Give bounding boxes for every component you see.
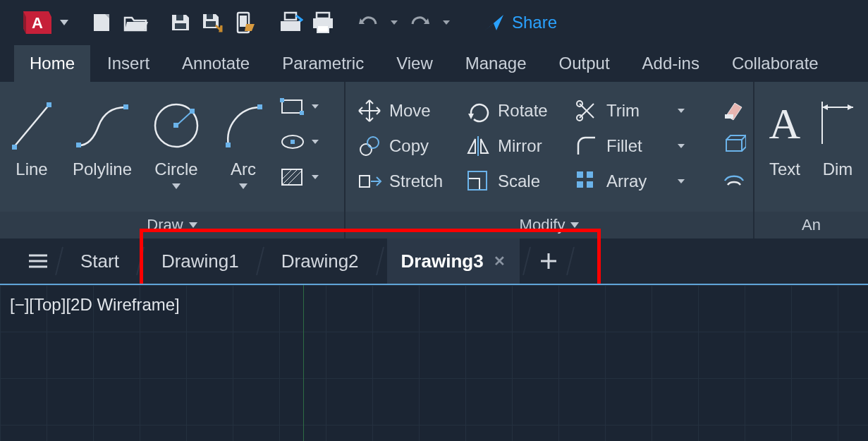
new-file-button[interactable]: [89, 6, 117, 39]
move-icon: [357, 98, 382, 123]
app-menu-dropdown[interactable]: [56, 6, 72, 39]
file-tab-drawing1[interactable]: Drawing1: [147, 238, 253, 284]
save-as-button[interactable]: [199, 6, 227, 39]
tool-explode[interactable]: [722, 133, 746, 157]
viewport-controls-label[interactable]: [−][Top][2D Wireframe]: [10, 295, 180, 315]
tool-arc[interactable]: Arc: [212, 89, 275, 189]
svg-rect-12: [285, 13, 296, 20]
share-button[interactable]: Share: [484, 13, 557, 32]
tool-rectangle[interactable]: [279, 96, 319, 117]
close-icon[interactable]: ✕: [494, 253, 506, 270]
save-mobile-button[interactable]: [231, 6, 259, 39]
svg-rect-11: [240, 16, 247, 27]
panel-draw-title[interactable]: Draw: [0, 212, 344, 238]
tool-dimension[interactable]: Dim: [815, 89, 864, 179]
svg-line-74: [56, 247, 63, 275]
panel-modify-title[interactable]: Modify: [346, 212, 753, 238]
tool-rotate[interactable]: Rotate: [458, 93, 567, 128]
file-tab-drawing2[interactable]: Drawing2: [267, 238, 373, 284]
tool-arc-label: Arc: [231, 159, 256, 179]
svg-marker-45: [312, 175, 319, 179]
ribbon-tab-view[interactable]: View: [381, 45, 448, 82]
ribbon-tab-collaborate[interactable]: Collaborate: [716, 45, 834, 82]
svg-rect-6: [175, 23, 186, 29]
new-drawing-button[interactable]: [534, 252, 563, 270]
svg-rect-34: [282, 100, 302, 113]
svg-rect-59: [577, 171, 583, 178]
quick-access-toolbar: A Share: [0, 0, 868, 45]
redo-button[interactable]: [406, 6, 434, 39]
tool-copy[interactable]: Copy: [350, 128, 458, 164]
svg-rect-4: [94, 14, 109, 31]
ribbon-tab-addins[interactable]: Add-ins: [627, 45, 715, 82]
svg-line-78: [523, 247, 530, 275]
undo-dropdown[interactable]: [386, 6, 402, 39]
tool-text[interactable]: A Text: [754, 89, 815, 179]
save-button[interactable]: [166, 6, 195, 39]
ribbon-tab-annotate[interactable]: Annotate: [166, 45, 265, 82]
ribbon: Line Polyline Circle Arc: [0, 82, 868, 238]
svg-marker-3: [60, 20, 68, 25]
svg-marker-47: [468, 114, 474, 119]
svg-line-75: [137, 247, 144, 275]
svg-line-28: [176, 111, 192, 126]
svg-point-52: [367, 137, 379, 148]
svg-line-42: [282, 169, 292, 179]
svg-line-44: [288, 171, 302, 185]
tool-circle[interactable]: Circle: [141, 89, 212, 189]
tool-offset[interactable]: [722, 168, 746, 192]
ribbon-tab-manage[interactable]: Manage: [450, 45, 542, 82]
ribbon-tab-home[interactable]: Home: [14, 45, 90, 82]
svg-marker-18: [391, 20, 398, 25]
svg-rect-24: [76, 143, 81, 147]
svg-marker-69: [822, 104, 828, 110]
array-icon: [574, 169, 599, 194]
tool-mirror[interactable]: Mirror: [458, 128, 567, 164]
tool-ellipse[interactable]: [279, 131, 319, 152]
svg-marker-54: [481, 139, 488, 153]
panel-annotation-title[interactable]: An: [754, 212, 868, 238]
tool-polyline[interactable]: Polyline: [63, 89, 141, 179]
trim-icon: [574, 98, 599, 123]
tab-divider-icon: [253, 244, 267, 278]
redo-dropdown[interactable]: [439, 6, 454, 39]
svg-rect-41: [282, 169, 302, 185]
svg-rect-25: [123, 104, 128, 109]
svg-rect-62: [587, 181, 593, 188]
svg-rect-64: [725, 114, 733, 119]
svg-rect-56: [360, 176, 369, 187]
drawing-viewport[interactable]: [−][Top][2D Wireframe]: [0, 284, 868, 441]
svg-marker-37: [312, 104, 319, 109]
ribbon-tab-insert[interactable]: Insert: [92, 45, 165, 82]
file-tabs-menu-button[interactable]: [24, 253, 52, 270]
print-button[interactable]: [309, 6, 337, 39]
tool-scale[interactable]: Scale: [458, 164, 567, 199]
plot-button[interactable]: [276, 6, 305, 39]
svg-rect-60: [587, 171, 593, 178]
tool-hatch[interactable]: [279, 167, 319, 188]
file-tab-start[interactable]: Start: [66, 238, 133, 284]
svg-marker-65: [570, 222, 579, 228]
svg-marker-55: [678, 144, 685, 148]
open-file-button[interactable]: [121, 6, 149, 39]
share-label: Share: [512, 13, 557, 32]
tool-fillet[interactable]: Fillet: [567, 128, 694, 164]
svg-marker-40: [312, 140, 319, 144]
fillet-icon: [574, 133, 599, 159]
panel-modify: Move Rotate Trim Copy: [346, 82, 754, 238]
svg-rect-31: [226, 143, 231, 147]
scale-icon: [465, 169, 491, 194]
app-logo[interactable]: A: [20, 6, 52, 39]
tool-erase[interactable]: [722, 97, 746, 121]
tool-move[interactable]: Move: [350, 93, 458, 128]
tool-stretch[interactable]: Stretch: [350, 164, 458, 199]
ribbon-tab-output[interactable]: Output: [544, 45, 625, 82]
tool-line[interactable]: Line: [0, 89, 63, 179]
tool-trim[interactable]: Trim: [567, 93, 694, 128]
svg-rect-16: [317, 25, 329, 32]
undo-button[interactable]: [354, 6, 382, 39]
ribbon-tab-parametric[interactable]: Parametric: [267, 45, 379, 82]
file-tab-drawing3[interactable]: Drawing3 ✕: [387, 238, 520, 284]
svg-marker-33: [239, 183, 247, 189]
tool-array[interactable]: Array: [567, 164, 694, 199]
